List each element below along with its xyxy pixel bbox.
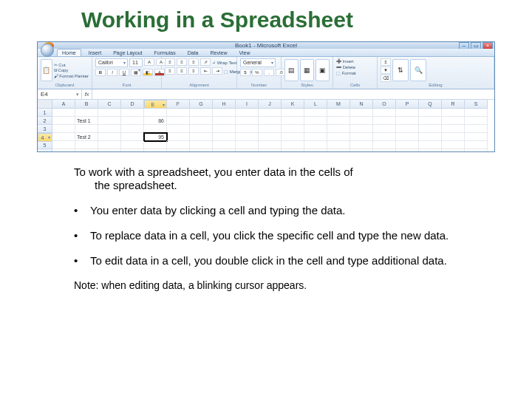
cell[interactable] [236,109,259,117]
cell[interactable] [259,109,282,117]
cell[interactable] [442,125,465,133]
cell[interactable] [121,141,144,149]
cell[interactable] [373,141,396,149]
cell[interactable] [465,141,488,149]
align-middle-button[interactable]: ≡ [177,58,187,66]
cell[interactable] [259,133,282,141]
cell[interactable] [167,133,190,141]
cell[interactable] [213,125,236,133]
cell[interactable] [442,133,465,141]
column-header[interactable]: A [52,100,75,109]
cell[interactable] [419,149,442,152]
cut-button[interactable]: ✂ Cut [54,62,89,67]
cell[interactable] [52,125,75,133]
cell[interactable] [167,141,190,149]
align-left-button[interactable]: ≡ [165,67,175,75]
cell[interactable] [98,133,121,141]
cell[interactable] [52,117,75,125]
cell[interactable] [75,125,98,133]
row-header[interactable]: 4 [38,133,52,142]
cell[interactable] [144,125,167,133]
cell[interactable] [442,149,465,152]
cell[interactable] [419,133,442,141]
cell[interactable] [98,117,121,125]
cell[interactable] [167,109,190,117]
conditional-formatting-button[interactable]: ▤ [284,59,299,81]
cell[interactable] [52,149,75,152]
tab-data[interactable]: Data [183,50,203,56]
fx-icon[interactable]: fx [82,89,92,99]
cell[interactable] [52,141,75,149]
cell[interactable] [52,109,75,117]
cell[interactable] [236,149,259,152]
cell[interactable] [213,141,236,149]
cell[interactable] [190,117,213,125]
cell[interactable] [350,125,373,133]
cell[interactable] [419,141,442,149]
align-top-button[interactable]: ≡ [165,58,175,66]
font-family-select[interactable]: Calibri [95,58,128,67]
cell[interactable]: Test 1 [75,117,98,125]
cell[interactable] [144,109,167,117]
cell[interactable] [304,109,327,117]
cell[interactable] [167,149,190,152]
cell[interactable] [121,149,144,152]
row-header[interactable]: 3 [38,125,52,133]
tab-home[interactable]: Home [57,49,81,56]
window-maximize-button[interactable]: ▭ [471,42,481,50]
format-cells-button[interactable]: ⬚ Format [336,70,356,75]
column-header[interactable]: P [396,100,419,109]
select-all-corner[interactable] [38,100,52,109]
fill-button[interactable]: ▼ [381,66,391,74]
cell[interactable] [259,149,282,152]
cell[interactable] [259,141,282,149]
font-size-select[interactable]: 11 [129,58,143,67]
office-button[interactable] [41,44,54,57]
column-header[interactable]: O [373,100,396,109]
cell[interactable] [350,117,373,125]
cell[interactable] [419,109,442,117]
column-header[interactable]: C [98,100,121,109]
cell[interactable] [465,149,488,152]
cell[interactable] [373,109,396,117]
cell[interactable] [350,141,373,149]
cell[interactable] [282,125,304,133]
cell[interactable] [373,133,396,141]
cell[interactable] [121,117,144,125]
row-header[interactable]: 1 [38,109,52,117]
cell[interactable] [121,133,144,141]
insert-cells-button[interactable]: ➕ Insert [336,58,354,64]
cell[interactable] [396,109,419,117]
cell[interactable] [304,117,327,125]
tab-review[interactable]: Review [206,50,232,56]
column-header[interactable]: I [236,100,259,109]
cell[interactable] [465,125,488,133]
column-header[interactable]: B [75,100,98,109]
cell[interactable] [465,109,488,117]
cell[interactable] [52,133,75,141]
cell[interactable] [98,109,121,117]
window-close-button[interactable]: × [482,42,493,50]
column-header[interactable]: F [167,100,190,109]
clear-button[interactable]: ⌫ [381,75,391,82]
cell[interactable] [213,109,236,117]
cell[interactable] [236,141,259,149]
cell[interactable] [144,141,167,149]
formula-input[interactable] [92,89,494,99]
cell[interactable] [442,141,465,149]
cell[interactable] [236,117,259,125]
column-header[interactable]: K [282,100,304,109]
cell[interactable] [98,141,121,149]
cell[interactable] [98,149,121,152]
cell[interactable] [121,109,144,117]
cell[interactable] [465,117,488,125]
cell[interactable] [373,117,396,125]
format-as-table-button[interactable]: ▦ [300,59,314,81]
sort-filter-button[interactable]: ⇅ [392,59,409,81]
percent-button[interactable]: % [252,69,262,76]
bold-button[interactable]: B [95,69,106,76]
cell[interactable] [190,149,213,152]
cell[interactable] [465,133,488,141]
row-header[interactable]: 6 [38,149,52,152]
column-header[interactable]: S [465,100,488,109]
